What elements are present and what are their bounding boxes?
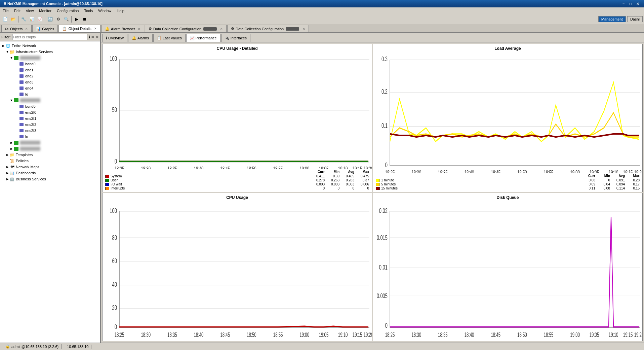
toolbar-btn9[interactable]: ▶ <box>73 15 80 23</box>
tree-server2[interactable]: ▼ REDACTED <box>0 97 100 103</box>
obj-tab-last-values[interactable]: 📋 Last Values <box>153 34 186 42</box>
chart-load-legend: Curr Min Avg Max 1 minute 0.08 0 0.091 0… <box>373 173 642 192</box>
legend-row-15min: 15 minutes 0.11 0.08 0.114 0.15 <box>376 186 640 190</box>
tree-iface-bond0-1[interactable]: bond0 <box>0 61 100 67</box>
tree-iface-ens2f1[interactable]: ens2f1 <box>0 115 100 121</box>
toolbar-right: Management Dashl <box>598 16 643 22</box>
tree-policies[interactable]: 📜 Policies <box>0 158 100 164</box>
menu-tools[interactable]: Tools <box>81 8 95 13</box>
toolbar-btn10[interactable]: ⏹ <box>81 15 88 23</box>
tree-label: Entire Network <box>12 44 36 48</box>
status-admin-text: admin@10.65.138.10 (2.2.6) <box>11 345 58 349</box>
filter-info-icon[interactable]: ℹ <box>89 35 90 39</box>
svg-text:100: 100 <box>110 206 117 214</box>
tab-objects[interactable]: 🗂 Objects ✕ <box>1 25 32 32</box>
titlebar-controls[interactable]: − □ ✕ <box>620 2 641 6</box>
tree-templates[interactable]: ▶ 📁 Templates <box>0 152 100 158</box>
tab-dcc1[interactable]: ⚙ Data Collection Configuration ✕ <box>145 25 227 32</box>
tab-objects-close[interactable]: ✕ <box>25 27 28 31</box>
menu-edit[interactable]: Edit <box>11 8 23 13</box>
tab-alarm-browser[interactable]: 🔔 Alarm Browser ✕ <box>101 25 144 32</box>
maximize-button[interactable]: □ <box>627 2 634 6</box>
tree-infrastructure[interactable]: ▼ 📁 Infrastructure Services <box>0 49 100 55</box>
tree-iface-lo2[interactable]: lo <box>0 134 100 140</box>
tabbar: 🗂 Objects ✕ 📊 Graphs 📋 Object Details ✕ … <box>0 24 644 33</box>
tree-server3[interactable]: ▶ REDACTED <box>0 140 100 146</box>
tab-dcc2-close[interactable]: ✕ <box>303 27 305 31</box>
tree-business-services[interactable]: ▶ 🏢 Business Services <box>0 176 100 182</box>
tab-alarm-close[interactable]: ✕ <box>138 27 140 31</box>
tree-iface-ens2f3[interactable]: ens2f3 <box>0 128 100 134</box>
toolbar-btn8[interactable]: 🔍 <box>63 15 70 23</box>
tree-entire-network[interactable]: ▶ 🌐 Entire Network <box>0 43 100 49</box>
dashl-tab[interactable]: Dashl <box>627 16 643 22</box>
tree-server1[interactable]: ▼ REDACTED <box>0 55 100 61</box>
svg-text:18:35: 18:35 <box>438 331 448 338</box>
toolbar-btn4[interactable]: 📊 <box>28 15 35 23</box>
close-button[interactable]: ✕ <box>634 2 641 6</box>
tree-iface-eno4[interactable]: eno4 <box>0 85 100 91</box>
tree-iface-eno3[interactable]: eno3 <box>0 79 100 85</box>
tab-dcc1-close[interactable]: ✕ <box>220 27 223 31</box>
maps-icon: 🗺 <box>9 165 15 169</box>
tree-network-maps[interactable]: ▶ 🗺 Network Maps <box>0 164 100 170</box>
tree-dashboards[interactable]: ▶ 📊 Dashboards <box>0 170 100 176</box>
tree-iface-bond0-2[interactable]: bond0 <box>0 103 100 109</box>
tree-iface-ens2f2[interactable]: ens2f2 <box>0 121 100 128</box>
toolbar-btn3[interactable]: 🔧 <box>20 15 27 23</box>
menu-file[interactable]: File <box>0 8 11 13</box>
obj-tab-interfaces[interactable]: 🔌 Interfaces <box>221 34 250 42</box>
menu-window[interactable]: Window <box>95 8 114 13</box>
tab-object-details[interactable]: 📋 Object Details ✕ <box>58 25 100 32</box>
svg-rect-10 <box>19 117 24 120</box>
svg-text:100: 100 <box>110 55 117 62</box>
menu-help[interactable]: Help <box>114 8 127 13</box>
app-icon: 🖥 <box>3 2 6 6</box>
5min-color <box>376 183 380 186</box>
svg-text:19:05: 19:05 <box>319 331 329 338</box>
filter-clear-icon[interactable]: ✕ <box>96 35 99 39</box>
policies-icon: 📜 <box>9 159 15 163</box>
tree-iface-ens2f0[interactable]: ens2f0 <box>0 109 100 115</box>
svg-rect-3 <box>19 74 24 78</box>
status-ip: 10.65.138.10 <box>64 345 91 349</box>
statusbar: 🔒 admin@10.65.138.10 (2.2.6) 10.65.138.1… <box>0 343 644 350</box>
chart-cpu-detailed-legend: Curr Min Avg Max System 0.411 0.39 0.405… <box>103 169 372 192</box>
expand-icon[interactable]: ▶ <box>1 44 5 47</box>
filter-edit-icon[interactable]: ✏ <box>91 35 94 39</box>
toolbar-open[interactable]: 📂 <box>9 15 17 23</box>
titlebar-title: 🖥 NetXMS Management Console - [admin@10.… <box>3 2 103 6</box>
tree-label: Network Maps <box>16 165 39 169</box>
toolbar-new[interactable]: 📄 <box>1 15 9 23</box>
filter-input[interactable] <box>12 34 88 40</box>
tree-iface-lo1[interactable]: lo <box>0 91 100 97</box>
svg-text:18:25: 18:25 <box>115 166 124 169</box>
obj-tab-overview[interactable]: ℹ Overview <box>102 34 127 42</box>
management-tab[interactable]: Management <box>598 16 626 22</box>
tree-iface-eno2[interactable]: eno2 <box>0 73 100 79</box>
obj-tab-overview-label: Overview <box>108 36 124 40</box>
expand-icon[interactable]: ▼ <box>9 99 13 102</box>
tree-server4[interactable]: ▶ REDACTED <box>0 146 100 152</box>
menu-monitor[interactable]: Monitor <box>36 8 54 13</box>
tab-dcc2[interactable]: ⚙ Data Collection Configuration ✕ <box>227 25 309 32</box>
svg-text:19:10: 19:10 <box>609 169 618 173</box>
object-tabs: ℹ Overview 🔔 Alarms 📋 Last Values 📈 Perf… <box>101 33 644 42</box>
1min-color <box>376 179 380 182</box>
tab-object-details-close[interactable]: ✕ <box>94 27 97 30</box>
iface-icon <box>19 86 24 91</box>
tree-iface-eno1[interactable]: eno1 <box>0 67 100 73</box>
legend-header-load: Curr Min Avg Max <box>376 174 640 178</box>
minimize-button[interactable]: − <box>620 2 627 6</box>
obj-tab-performance[interactable]: 📈 Performance <box>186 34 220 42</box>
toolbar-btn5[interactable]: 📈 <box>36 15 43 23</box>
tab-graphs[interactable]: 📊 Graphs <box>32 25 58 32</box>
toolbar-btn6[interactable]: 🔄 <box>46 15 54 23</box>
menu-view[interactable]: View <box>23 8 37 13</box>
obj-tab-alarms[interactable]: 🔔 Alarms <box>128 34 153 42</box>
expand-icon[interactable]: ▼ <box>9 56 13 60</box>
expand-icon[interactable]: ▼ <box>5 50 9 54</box>
toolbar-btn7[interactable]: ⚙ <box>54 15 62 23</box>
svg-text:0.005: 0.005 <box>377 292 388 300</box>
menu-configuration[interactable]: Configuration <box>54 8 81 13</box>
